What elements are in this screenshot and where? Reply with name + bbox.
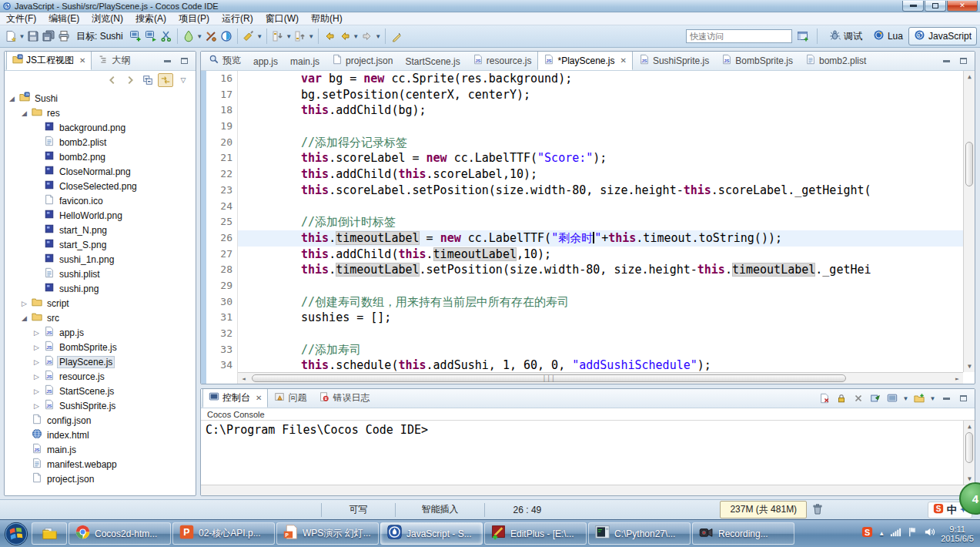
menu-item-文件-f[interactable]: 文件(F) [0, 13, 42, 25]
tree-item-background-png[interactable]: background.png [5, 120, 196, 135]
new-wizard-dropdown-icon[interactable]: ▼ [18, 33, 25, 40]
editor-tab-project-json[interactable]: project.json [326, 51, 399, 70]
remove-console-icon[interactable] [851, 392, 865, 404]
taskbar-button-ppt[interactable]: P02-核心API.p... [172, 522, 275, 545]
display-console-dropdown-icon[interactable]: ▼ [902, 395, 909, 402]
code-lines[interactable]: var bg = new cc.Sprite(res.background);b… [238, 71, 975, 384]
editor-tab-bomb2-plist[interactable]: bomb2.plist [799, 51, 872, 70]
code-line-16[interactable]: var bg = new cc.Sprite(res.background); [238, 71, 963, 87]
tree-item-favicon-ico[interactable]: favicon.ico [5, 193, 196, 208]
editor-tab-bombsprite-js[interactable]: JSBombSprite.js [715, 51, 799, 70]
tree-item-start-n-png[interactable]: start_N.png [5, 223, 196, 237]
perspective-javascript[interactable]: SJavaScript [908, 27, 977, 45]
view-tab-大纲[interactable]: 大纲 [92, 51, 136, 70]
back-gray-icon[interactable] [105, 73, 120, 87]
console-output[interactable]: C:\Program Files\Cocos Code IDE> ▲ ▼ [201, 421, 975, 485]
collapse-all-icon[interactable] [140, 73, 156, 87]
expand-arrow-icon[interactable]: ▷ [20, 300, 28, 307]
new-wizard-icon[interactable] [3, 28, 18, 45]
tree-item-closeselected-png[interactable]: CloseSelected.png [5, 179, 196, 193]
tree-item-app-js[interactable]: ▷JSapp.js [5, 325, 196, 340]
garbage-collect-icon[interactable] [811, 503, 825, 517]
expand-arrow-icon[interactable]: ▷ [32, 373, 41, 381]
tree-item-bombsprite-js[interactable]: ▷JSBombSprite.js [5, 340, 196, 354]
scroll-down-arrow[interactable]: ▼ [964, 361, 975, 372]
tree-item-manifest-webapp[interactable]: manifest.webapp [5, 457, 196, 471]
volume-icon[interactable] [924, 526, 935, 541]
restore-button[interactable] [925, 1, 946, 12]
last-edit-icon[interactable] [389, 28, 404, 45]
collapse-arrow-icon[interactable]: ◢ [20, 109, 28, 117]
maximize-view-icon[interactable] [177, 55, 191, 67]
annotation-prev-icon[interactable] [293, 28, 308, 45]
menu-item-运行-r[interactable]: 运行(R) [216, 13, 259, 25]
save-all-icon[interactable] [41, 28, 56, 45]
minimize-console-icon[interactable] [939, 392, 953, 404]
tree-item-main-js[interactable]: JSmain.js [5, 442, 196, 457]
code-line-29[interactable] [238, 278, 963, 294]
minimize-button[interactable] [902, 1, 924, 12]
expand-arrow-icon[interactable]: ▷ [32, 344, 41, 351]
pin-console-icon[interactable] [868, 392, 882, 404]
print-icon[interactable] [56, 28, 72, 45]
taskbar-button-recording[interactable]: Recording... [692, 522, 794, 545]
menu-item-窗口-w[interactable]: 窗口(W) [259, 13, 305, 25]
cut-green-icon[interactable] [159, 28, 174, 45]
editor-tab-resource-js[interactable]: JSresource.js [467, 51, 538, 70]
expand-arrow-icon[interactable]: ▷ [32, 402, 41, 410]
editor-horizontal-scrollbar[interactable]: ◄ ||| ► [238, 372, 963, 384]
forward-nav-icon[interactable] [360, 28, 375, 45]
run-browser-icon[interactable] [219, 28, 234, 45]
code-line-24[interactable] [238, 199, 963, 215]
code-line-28[interactable]: this.timeoutLabel.setPosition(size.width… [238, 262, 963, 278]
open-perspective-icon[interactable] [795, 28, 811, 45]
coverage-icon[interactable] [181, 28, 196, 45]
tree-item-index-html[interactable]: index.html [5, 428, 196, 442]
taskbar-button-wps[interactable]: PWPS演示 幻灯... [276, 522, 379, 545]
expand-arrow-icon[interactable]: ▷ [32, 329, 41, 337]
code-line-19[interactable] [238, 119, 963, 135]
view-tab-js工程视图[interactable]: JSJS工程视图✕ [6, 51, 92, 70]
quick-access-input[interactable] [686, 29, 792, 43]
code-line-25[interactable]: //添加倒计时标签 [238, 214, 963, 230]
scroll-left-arrow[interactable]: ◄ [238, 373, 249, 384]
close-button[interactable]: ✕ [947, 1, 978, 12]
code-line-21[interactable]: this.scoreLabel = new cc.LabelTTF("Score… [238, 150, 963, 166]
annotation-next-icon[interactable] [270, 28, 286, 45]
coverage-dropdown-icon[interactable]: ▼ [196, 33, 203, 40]
editor-tab-main-js[interactable]: main.js [284, 52, 326, 70]
menu-item-编辑-e[interactable]: 编辑(E) [42, 13, 85, 25]
network-signal-icon[interactable] [890, 526, 901, 541]
taskbar-button-cocos-ide[interactable]: JavaScript - S... [380, 522, 483, 545]
annotation-next-dropdown-icon[interactable]: ▼ [286, 33, 293, 40]
minimize-view-icon[interactable] [160, 55, 174, 67]
external-tools-icon[interactable] [203, 28, 219, 45]
tray-sogou-icon[interactable]: S [861, 526, 873, 541]
editor-tab-sushisprite-js[interactable]: JSSushiSprite.js [633, 51, 715, 70]
scroll-right-arrow[interactable]: ► [952, 373, 963, 384]
editor-tab-startscene-js[interactable]: StartScene.js [399, 52, 466, 70]
code-line-22[interactable]: this.addChild(this.scoreLabel,10); [238, 166, 963, 183]
editor-tab-playscene-js[interactable]: JS*PlayScene.js✕ [537, 51, 632, 70]
editor-vertical-scrollbar[interactable]: ▲ ▼ [963, 71, 975, 372]
code-editor[interactable]: 16171819202122232425262728293031323334 v… [201, 71, 975, 384]
tab-close-icon[interactable]: ✕ [256, 394, 262, 402]
save-icon[interactable] [25, 28, 41, 45]
display-console-icon[interactable] [885, 392, 899, 404]
tree-item-startscene-js[interactable]: ▷JSStartScene.js [5, 384, 196, 398]
tray-expand-icon[interactable]: ▲ [878, 530, 885, 537]
clear-console-icon[interactable] [818, 392, 831, 404]
console-tab-问题[interactable]: 问题 [268, 388, 313, 408]
horizontal-scroll-thumb[interactable]: ||| [252, 374, 846, 382]
forward-gray-icon[interactable] [122, 73, 138, 87]
back-nav2-icon[interactable] [337, 28, 353, 45]
view-menu-icon[interactable]: ▽ [176, 73, 191, 87]
action-center-flag-icon[interactable] [907, 526, 918, 541]
tree-item-sushi-png[interactable]: sushi.png [5, 281, 196, 296]
menu-item-帮助-h[interactable]: 帮助(H) [305, 13, 349, 25]
console-tab-错误日志[interactable]: 错误日志 [313, 388, 376, 408]
tree-item-helloworld-png[interactable]: HelloWorld.png [5, 208, 196, 223]
tree-item-sushi[interactable]: ◢JSSushi [5, 91, 196, 106]
code-line-32[interactable] [238, 326, 963, 342]
code-line-30[interactable]: //创建寿司数组，用来持有当前层中所有存在的寿司 [238, 294, 963, 310]
